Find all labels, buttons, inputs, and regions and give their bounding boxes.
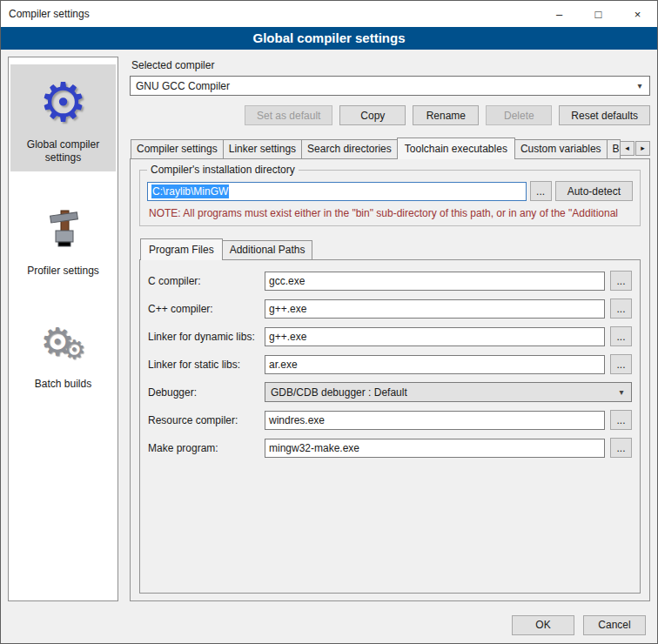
set-as-default-button: Set as default — [245, 105, 332, 125]
delete-button: Delete — [486, 105, 552, 125]
program-files-panel: C compiler: gcc.exe ... C++ compiler: g+… — [139, 259, 641, 594]
c-compiler-value: gcc.exe — [269, 275, 305, 287]
tab-additional-paths[interactable]: Additional Paths — [222, 240, 313, 259]
tab-search-directories[interactable]: Search directories — [301, 139, 398, 158]
note-text: NOTE: All programs must exist either in … — [149, 207, 633, 219]
debugger-value: GDB/CDB debugger : Default — [271, 386, 407, 399]
gear-icon: ⚙ — [63, 337, 86, 363]
chevron-down-icon: ▾ — [632, 81, 648, 91]
linker-static-row: Linker for static libs: ar.exe ... — [148, 354, 632, 374]
cancel-button[interactable]: Cancel — [583, 615, 646, 635]
resource-compiler-label: Resource compiler: — [148, 414, 259, 426]
c-compiler-input[interactable]: gcc.exe — [265, 272, 605, 291]
resource-compiler-value: windres.exe — [269, 414, 325, 426]
tab-scroll-right-icon[interactable]: ▸ — [635, 141, 650, 156]
batch-builds-gears-icon: ⚙ ⚙ — [40, 311, 85, 373]
browse-button[interactable]: ... — [610, 299, 632, 319]
make-program-label: Make program: — [148, 442, 259, 454]
browse-button[interactable]: ... — [610, 326, 632, 346]
compiler-buttons-row: Set as default Copy Rename Delete Reset … — [130, 105, 650, 125]
browse-button[interactable]: ... — [610, 354, 632, 374]
installation-directory-input[interactable]: C:\raylib\MinGW — [147, 182, 527, 201]
titlebar: Compiler settings – □ × — [1, 1, 657, 27]
selected-compiler-combobox[interactable]: GNU GCC Compiler ▾ — [130, 76, 650, 96]
sidebar-item-profiler-settings[interactable]: Profiler settings — [10, 191, 116, 285]
sidebar-item-label: Profiler settings — [27, 265, 99, 278]
sidebar: ⚙ Global compiler settings Profiler sett… — [8, 57, 118, 601]
ok-button[interactable]: OK — [512, 615, 574, 635]
installation-directory-row: C:\raylib\MinGW ... Auto-detect — [147, 181, 633, 201]
browse-button[interactable]: ... — [610, 410, 632, 430]
debugger-row: Debugger: GDB/CDB debugger : Default ▾ — [148, 382, 632, 402]
tab-custom-variables[interactable]: Custom variables — [514, 139, 608, 158]
selected-compiler-value: GNU GCC Compiler — [136, 80, 230, 92]
linker-dynamic-input[interactable]: g++.exe — [265, 327, 605, 346]
rename-button[interactable]: Rename — [413, 105, 479, 125]
sidebar-item-global-compiler-settings[interactable]: ⚙ Global compiler settings — [10, 64, 116, 171]
profiler-tool-icon — [43, 198, 84, 260]
installation-directory-group: Compiler's installation directory C:\ray… — [139, 170, 641, 226]
selected-compiler-label: Selected compiler — [131, 59, 650, 71]
c-compiler-label: C compiler: — [148, 275, 259, 287]
installation-directory-value: C:\raylib\MinGW — [151, 184, 229, 198]
tab-compiler-settings[interactable]: Compiler settings — [131, 139, 224, 158]
profiler-icon — [43, 208, 84, 250]
tab-scroll-arrows: ◂ ▸ — [620, 141, 650, 156]
compiler-settings-window: Compiler settings – □ × Global compiler … — [0, 0, 658, 644]
sidebar-item-batch-builds[interactable]: ⚙ ⚙ Batch builds — [10, 304, 116, 398]
tab-linker-settings[interactable]: Linker settings — [223, 139, 302, 158]
make-program-row: Make program: mingw32-make.exe ... — [148, 438, 632, 458]
cpp-compiler-row: C++ compiler: g++.exe ... — [148, 299, 632, 319]
window-controls: – □ × — [540, 1, 657, 27]
linker-static-input[interactable]: ar.exe — [265, 355, 605, 374]
sidebar-item-label: Batch builds — [35, 378, 91, 391]
tab-toolchain-executables[interactable]: Toolchain executables — [397, 138, 515, 159]
make-program-value: mingw32-make.exe — [269, 442, 359, 454]
reset-defaults-button[interactable]: Reset defaults — [559, 105, 650, 125]
cpp-compiler-input[interactable]: g++.exe — [265, 299, 605, 319]
debugger-label: Debugger: — [148, 386, 259, 399]
content: ⚙ Global compiler settings Profiler sett… — [1, 50, 657, 607]
window-title: Compiler settings — [1, 8, 90, 20]
debugger-combobox[interactable]: GDB/CDB debugger : Default ▾ — [265, 382, 632, 402]
c-compiler-row: C compiler: gcc.exe ... — [148, 271, 632, 291]
tab-build-options[interactable]: Buil — [607, 139, 621, 158]
resource-compiler-row: Resource compiler: windres.exe ... — [148, 410, 632, 430]
linker-dynamic-label: Linker for dynamic libs: — [148, 331, 259, 343]
installation-directory-group-title: Compiler's installation directory — [147, 164, 299, 176]
linker-dynamic-value: g++.exe — [269, 331, 306, 343]
linker-static-label: Linker for static libs: — [148, 359, 259, 371]
tab-scroll-left-icon[interactable]: ◂ — [620, 141, 634, 156]
toolchain-executables-panel: Compiler's installation directory C:\ray… — [130, 158, 650, 601]
cpp-compiler-value: g++.exe — [269, 303, 306, 315]
program-subtabs: Program Files Additional Paths — [139, 238, 641, 259]
linker-static-value: ar.exe — [269, 359, 298, 371]
close-icon[interactable]: × — [618, 1, 657, 27]
browse-button[interactable]: ... — [610, 271, 632, 291]
tab-program-files[interactable]: Program Files — [140, 238, 223, 260]
maximize-icon[interactable]: □ — [579, 1, 618, 27]
linker-dynamic-row: Linker for dynamic libs: g++.exe ... — [148, 326, 632, 346]
settings-tabs: Compiler settings Linker settings Search… — [130, 138, 650, 158]
cpp-compiler-label: C++ compiler: — [148, 303, 259, 315]
dialog-footer: OK Cancel — [1, 607, 657, 643]
copy-button[interactable]: Copy — [339, 105, 406, 125]
chevron-down-icon: ▾ — [614, 387, 629, 397]
browse-directory-button[interactable]: ... — [530, 181, 552, 201]
sidebar-item-label: Global compiler settings — [12, 138, 114, 164]
gear-icon: ⚙ — [39, 76, 88, 130]
main-panel: Selected compiler GNU GCC Compiler ▾ Set… — [130, 57, 650, 601]
resource-compiler-input[interactable]: windres.exe — [265, 411, 605, 430]
browse-button[interactable]: ... — [610, 438, 632, 458]
minimize-icon[interactable]: – — [540, 1, 579, 27]
auto-detect-button[interactable]: Auto-detect — [555, 181, 633, 201]
page-title: Global compiler settings — [1, 27, 657, 50]
global-compiler-gear-icon: ⚙ — [39, 71, 88, 134]
make-program-input[interactable]: mingw32-make.exe — [265, 439, 605, 458]
